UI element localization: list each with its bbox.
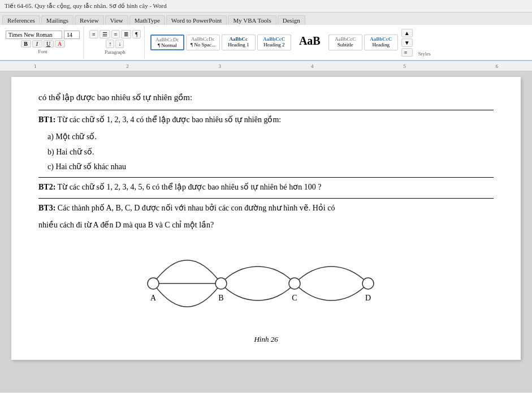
bold-button[interactable]: B: [21, 40, 31, 48]
styles-group: AaBbCcDc ¶ Normal AaBbCcDc ¶ No Spac... …: [147, 28, 416, 58]
paragraph-group: ≡ ☰ ≡ ≣ ¶ ↑ ↓ Paragraph: [86, 26, 145, 59]
styles-label: Styles: [418, 51, 431, 57]
font-color-button[interactable]: A: [55, 40, 65, 48]
pilcrow-button[interactable]: ¶: [132, 30, 141, 38]
ruler: 1 2 3 4 5 6: [0, 61, 532, 71]
ruler-numbers: 1 2 3 4 5 6: [34, 63, 498, 69]
align-right-button[interactable]: ≡: [111, 30, 120, 38]
bt1-a: a) Một chữ số.: [47, 131, 494, 143]
title-bar: Tiết 64-65. Quy tắc cộng, quy tắc nhân. …: [0, 0, 532, 12]
indent-up-button[interactable]: ↑: [106, 40, 114, 48]
ribbon-tab-design[interactable]: Design: [278, 15, 305, 25]
bt1-label: BT1:: [38, 115, 55, 124]
italic-button[interactable]: I: [32, 40, 42, 48]
word-document: có thể lập được bao nhiêu số tự nhiên gồ…: [11, 77, 521, 360]
bt1-line: BT1: Từ các chữ số 1, 2, 3, 4 có thể lập…: [38, 114, 494, 126]
ribbon-tab-references[interactable]: References: [2, 15, 40, 25]
node-a-circle: [148, 278, 159, 289]
font-group: Times New Roman 14 B I U A Font: [2, 26, 84, 59]
diagram-container: A B C D Hình 26: [38, 241, 494, 346]
edge-cd-top: [295, 267, 368, 283]
ribbon-tab-view[interactable]: View: [105, 15, 128, 25]
bt1-c: c) Hai chữ số khác nhau: [47, 161, 494, 173]
bt1-b: b) Hai chữ số.: [47, 146, 494, 158]
underline-button[interactable]: U: [44, 40, 54, 48]
style-normal[interactable]: AaBbCcDc ¶ Normal: [150, 35, 184, 50]
edge-bc-bottom: [221, 283, 295, 300]
style-heading[interactable]: AaBbCcC Heading: [364, 35, 398, 50]
title-text: Tiết 64-65. Quy tắc cộng, quy tắc nhân. …: [5, 2, 167, 10]
node-b-label: B: [218, 294, 223, 302]
style-heading2[interactable]: AaBbCcC Heading 2: [257, 35, 291, 50]
bt3-line2: nhiều cách đi từ A đến D mà qua B và C c…: [38, 219, 494, 231]
style-no-spacing[interactable]: AaBbCcDc ¶ No Spac...: [186, 35, 220, 50]
bt2-text: Từ các chữ số 1, 2, 3, 4, 5, 6 có thể lậ…: [58, 183, 322, 191]
bt3-text: Các thành phố A, B, C, D được nối với nh…: [58, 204, 335, 212]
node-c-circle: [289, 278, 300, 289]
node-a-label: A: [150, 294, 156, 302]
bt2-label: BT2:: [38, 183, 55, 191]
styles-more[interactable]: ≡: [401, 48, 413, 57]
justify-button[interactable]: ≣: [121, 30, 131, 38]
divider-2: [38, 177, 494, 178]
document-area: có thể lập được bao nhiêu số tự nhiên gồ…: [0, 71, 532, 393]
font-size-input[interactable]: 14: [64, 31, 80, 39]
node-b-circle: [215, 278, 227, 289]
node-d-label: D: [365, 294, 370, 302]
ribbon-tab-word-to-ppt[interactable]: Word to PowerPoint: [166, 15, 227, 25]
ribbon-tab-review[interactable]: Review: [75, 15, 104, 25]
edge-bc-top: [221, 267, 295, 283]
edge-ab-bottom: [153, 283, 221, 307]
edge-cd-bottom: [295, 283, 368, 300]
style-heading1[interactable]: AaBbCc Heading 1: [222, 35, 256, 50]
doc-intro: có thể lập được bao nhiêu số tự nhiên gồ…: [38, 91, 494, 104]
indent-down-button[interactable]: ↓: [115, 40, 124, 48]
edge-ab-top: [153, 260, 221, 283]
bt1-text: Từ các chữ số 1, 2, 3, 4 có thể lập được…: [58, 115, 282, 124]
graph-svg: A B C D: [119, 241, 413, 332]
align-left-button[interactable]: ≡: [89, 30, 98, 38]
font-group-label: Font: [38, 49, 47, 54]
node-d-circle: [362, 278, 374, 289]
ribbon-content: Times New Roman 14 B I U A Font ≡ ☰ ≡ ≣ …: [0, 25, 532, 61]
divider-1: [38, 110, 494, 110]
bt2-line: BT2: Từ các chữ số 1, 2, 3, 4, 5, 6 có t…: [38, 181, 494, 194]
divider-3: [38, 198, 494, 199]
node-c-label: C: [292, 294, 297, 302]
ribbon-tabs: References Mailings Review View MathType…: [0, 12, 532, 25]
ribbon-tab-vba[interactable]: My VBA Tools: [228, 15, 276, 25]
font-name-input[interactable]: Times New Roman: [6, 31, 62, 39]
doc-intro-text: có thể lập được bao nhiêu số tự nhiên gồ…: [38, 93, 192, 102]
figure-label: Hình 26: [254, 334, 278, 346]
bt3-label: BT3:: [38, 204, 55, 212]
styles-scroll-down[interactable]: ▼: [401, 38, 413, 47]
align-center-button[interactable]: ☰: [100, 30, 110, 38]
paragraph-group-label: Paragraph: [105, 49, 125, 55]
bt3-line: BT3: Các thành phố A, B, C, D được nối v…: [38, 202, 494, 214]
style-subtitle[interactable]: AaBbCcC Subtitle: [328, 35, 362, 50]
ribbon-tab-mathtype[interactable]: MathType: [129, 15, 165, 25]
styles-scroll-up[interactable]: ▲: [401, 29, 413, 37]
style-title[interactable]: AaB: [293, 35, 327, 50]
ribbon-tab-mailings[interactable]: Mailings: [41, 15, 73, 25]
